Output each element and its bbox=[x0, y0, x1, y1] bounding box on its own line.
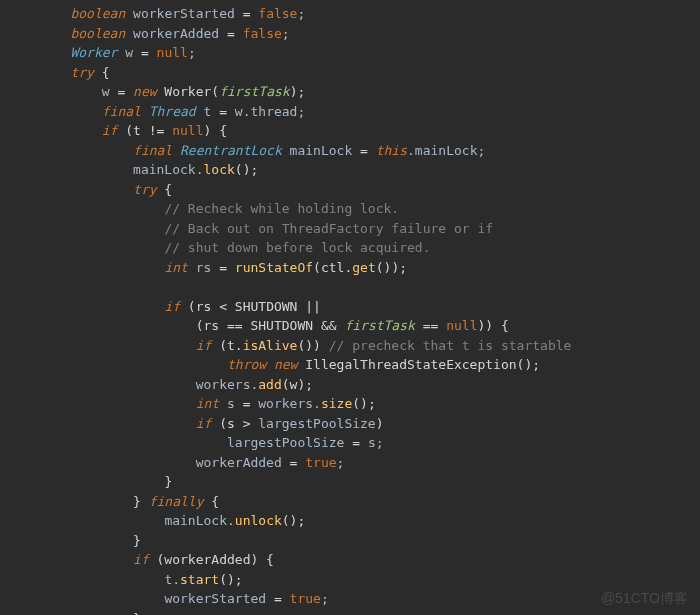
code-line: (rs == SHUTDOWN && firstTask == null)) { bbox=[0, 316, 700, 336]
code-line: w = new Worker(firstTask); bbox=[0, 82, 700, 102]
code-line: if (s > largestPoolSize) bbox=[0, 414, 700, 434]
code-line: t.start(); bbox=[0, 570, 700, 590]
code-line: if (rs < SHUTDOWN || bbox=[0, 297, 700, 317]
code-line: // shut down before lock acquired. bbox=[0, 238, 700, 258]
code-line: if (t.isAlive()) // precheck that t is s… bbox=[0, 336, 700, 356]
code-line: // Recheck while holding lock. bbox=[0, 199, 700, 219]
code-line bbox=[0, 277, 700, 297]
code-line: try { bbox=[0, 63, 700, 83]
code-line: throw new IllegalThreadStateException(); bbox=[0, 355, 700, 375]
code-line: int s = workers.size(); bbox=[0, 394, 700, 414]
code-line: boolean workerAdded = false; bbox=[0, 24, 700, 44]
watermark: @51CTO博客 bbox=[601, 588, 688, 609]
code-line: } bbox=[0, 609, 700, 616]
code-line: boolean workerStarted = false; bbox=[0, 4, 700, 24]
code-line: workers.add(w); bbox=[0, 375, 700, 395]
code-line: workerAdded = true; bbox=[0, 453, 700, 473]
code-line: if (workerAdded) { bbox=[0, 550, 700, 570]
code-line: Worker w = null; bbox=[0, 43, 700, 63]
code-line: try { bbox=[0, 180, 700, 200]
code-line: int rs = runStateOf(ctl.get()); bbox=[0, 258, 700, 278]
code-line: final ReentrantLock mainLock = this.main… bbox=[0, 141, 700, 161]
code-line: } bbox=[0, 531, 700, 551]
code-line: } bbox=[0, 472, 700, 492]
code-line: mainLock.lock(); bbox=[0, 160, 700, 180]
code-line: workerStarted = true; bbox=[0, 589, 700, 609]
code-line: final Thread t = w.thread; bbox=[0, 102, 700, 122]
code-line: // Back out on ThreadFactory failure or … bbox=[0, 219, 700, 239]
code-line: mainLock.unlock(); bbox=[0, 511, 700, 531]
code-block: boolean workerStarted = false; boolean w… bbox=[0, 0, 700, 615]
code-line: } finally { bbox=[0, 492, 700, 512]
code-line: largestPoolSize = s; bbox=[0, 433, 700, 453]
code-line: if (t != null) { bbox=[0, 121, 700, 141]
